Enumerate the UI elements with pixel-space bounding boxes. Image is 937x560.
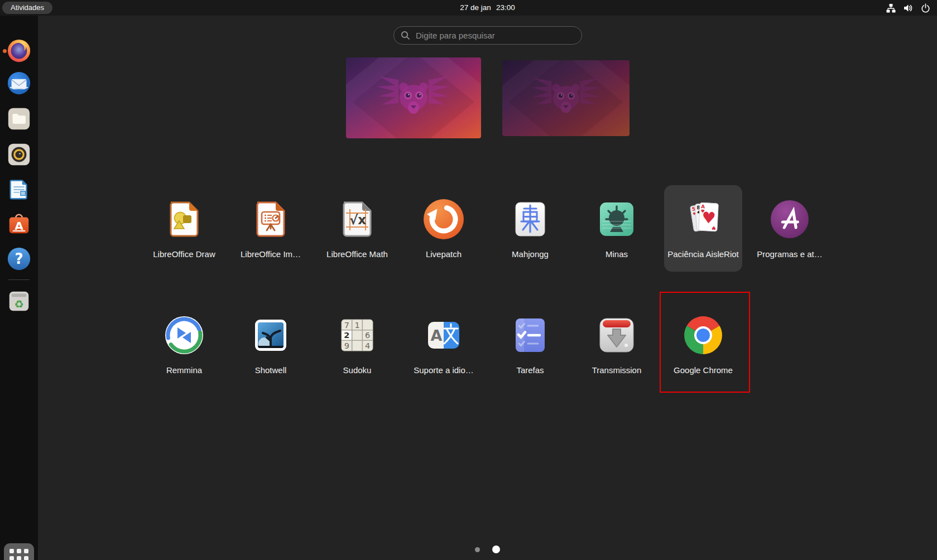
show-applications-icon — [9, 549, 28, 560]
ubuntu-software-icon: A — [6, 211, 32, 236]
show-applications-button[interactable] — [4, 543, 34, 560]
mahjongg-east-glyph — [521, 205, 539, 232]
svg-text:2: 2 — [344, 331, 349, 340]
dock-item-ubuntu-software[interactable]: A — [6, 211, 32, 236]
transmission-icon — [594, 313, 639, 358]
workspace-thumbnail-2[interactable] — [502, 60, 630, 136]
app-tarefas[interactable]: Tarefas — [491, 301, 569, 388]
app-label: Sudoku — [343, 365, 372, 375]
app-remmina[interactable]: Remmina — [145, 301, 223, 388]
language-support-icon: A — [421, 313, 466, 358]
app-label: LibreOffice Math — [326, 249, 388, 259]
svg-text:1: 1 — [354, 321, 359, 330]
page-dot-1[interactable] — [475, 547, 480, 552]
app-grid-row-2: Remmina — [145, 301, 742, 388]
libreoffice-writer-icon — [6, 176, 32, 202]
search-bar[interactable] — [393, 26, 582, 45]
app-label: Tarefas — [516, 365, 544, 375]
app-minas[interactable]: Minas — [578, 185, 656, 272]
workspace-thumbnail-1[interactable] — [346, 57, 481, 138]
app-livepatch[interactable]: Livepatch — [405, 185, 483, 272]
volume-icon — [904, 3, 913, 13]
network-icon — [886, 3, 896, 13]
power-icon — [921, 3, 930, 13]
help-glyph: ? — [15, 250, 23, 267]
math-glyph: √x — [349, 213, 366, 227]
app-shotwell[interactable]: Shotwell — [232, 301, 310, 388]
clock-time: 23:00 — [496, 0, 515, 16]
app-mahjongg[interactable]: Mahjongg — [491, 185, 569, 272]
thunderbird-icon — [6, 70, 32, 96]
svg-text:A: A — [15, 219, 23, 233]
aisleriot-icon: 5 ♦ 8 ♠ A ♥ ♥ ♥ — [681, 197, 725, 242]
libreoffice-impress-icon — [248, 197, 293, 242]
search-input[interactable] — [416, 31, 575, 40]
svg-text:7: 7 — [344, 321, 349, 330]
app-libreoffice-draw[interactable]: LibreOffice Draw — [145, 185, 223, 272]
dock-item-firefox[interactable] — [6, 38, 32, 64]
app-label: Minas — [606, 249, 628, 259]
clock-date: 27 de jan — [460, 0, 491, 16]
page-indicator — [38, 542, 937, 557]
system-status-area[interactable] — [886, 0, 930, 16]
svg-text:♥: ♥ — [712, 225, 717, 230]
libreoffice-draw-icon — [162, 197, 206, 242]
app-software-properties[interactable]: Programas e at… — [751, 185, 829, 272]
svg-text:♻: ♻ — [14, 298, 23, 311]
app-aisleriot[interactable]: 5 ♦ 8 ♠ A ♥ ♥ ♥ Paciência AisleRiot — [664, 185, 742, 272]
app-label: Programas e at… — [757, 249, 823, 259]
sudoku-icon: 7 1 2 6 9 4 — [335, 313, 379, 358]
app-label: Mahjongg — [512, 249, 549, 259]
app-google-chrome[interactable]: Google Chrome — [664, 301, 742, 388]
tasks-icon — [508, 313, 552, 358]
firefox-icon — [6, 38, 32, 64]
dock-item-thunderbird[interactable] — [6, 70, 32, 96]
app-label: Livepatch — [426, 249, 462, 259]
remmina-icon — [162, 313, 206, 358]
clock-button[interactable]: 27 de jan23:00 — [38, 0, 937, 16]
software-properties-icon — [767, 197, 812, 242]
mahjongg-icon — [508, 197, 552, 242]
app-label: Google Chrome — [674, 365, 733, 375]
livepatch-icon — [421, 197, 466, 242]
app-label: Transmission — [592, 365, 642, 375]
app-label: LibreOffice Im… — [241, 249, 301, 259]
libreoffice-math-icon: √x — [335, 197, 379, 242]
minas-icon — [594, 197, 639, 242]
svg-text:6: 6 — [365, 331, 370, 340]
dock-item-rhythmbox[interactable] — [6, 142, 32, 167]
app-label: Paciência AisleRiot — [667, 249, 739, 259]
language-a-glyph: A — [431, 327, 443, 344]
app-label: Suporte a idio… — [414, 365, 474, 375]
help-icon: ? — [6, 246, 32, 272]
app-label: Remmina — [166, 365, 202, 375]
app-libreoffice-impress[interactable]: LibreOffice Im… — [232, 185, 310, 272]
app-transmission[interactable]: Transmission — [578, 301, 656, 388]
page-dot-2[interactable] — [492, 545, 500, 553]
app-libreoffice-math[interactable]: √x LibreOffice Math — [318, 185, 396, 272]
chrome-icon — [681, 313, 725, 358]
dock-item-help[interactable]: ? — [6, 246, 32, 272]
trash-icon: ♻ — [6, 288, 32, 314]
app-label: LibreOffice Draw — [153, 249, 215, 259]
app-language-support[interactable]: A Suporte a idio… — [405, 301, 483, 388]
dock-item-trash[interactable]: ♻ — [6, 288, 32, 314]
gnome-activities-overview: Atividades 27 de jan23:00 — [0, 0, 937, 560]
svg-text:♥: ♥ — [701, 208, 717, 227]
app-sudoku[interactable]: 7 1 2 6 9 4 Sudoku — [318, 301, 396, 388]
svg-text:4: 4 — [365, 341, 370, 350]
dock-divider — [8, 279, 30, 280]
top-panel: Atividades 27 de jan23:00 — [0, 0, 937, 16]
rhythmbox-icon — [6, 142, 32, 167]
dock-item-libreoffice-writer[interactable] — [6, 176, 32, 202]
files-icon — [6, 106, 32, 132]
search-icon — [401, 31, 410, 40]
dock-item-files[interactable] — [6, 106, 32, 132]
app-label: Shotwell — [255, 365, 287, 375]
app-grid-row-1: LibreOffice Draw LibreOffice Im… √x — [145, 185, 829, 272]
svg-text:9: 9 — [344, 341, 349, 350]
shotwell-icon — [248, 313, 293, 358]
dash-dock: A ? ♻ — [0, 16, 38, 560]
